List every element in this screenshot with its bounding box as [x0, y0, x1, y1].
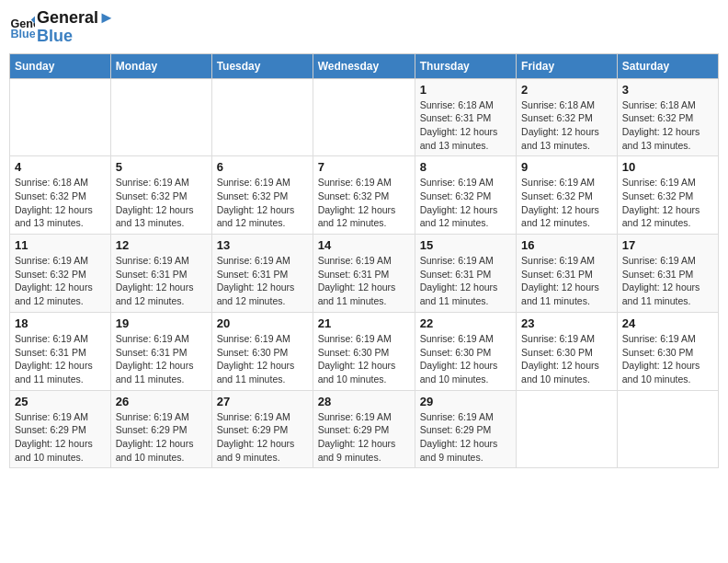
- day-number: 25: [15, 395, 106, 408]
- day-info: Sunrise: 6:19 AM Sunset: 6:29 PM Dayligh…: [116, 410, 207, 465]
- calendar-cell: [10, 78, 111, 156]
- day-number: 27: [217, 395, 308, 408]
- calendar-cell: 13Sunrise: 6:19 AM Sunset: 6:31 PM Dayli…: [211, 235, 313, 313]
- day-number: 18: [15, 316, 106, 330]
- calendar-cell: 22Sunrise: 6:19 AM Sunset: 6:30 PM Dayli…: [415, 312, 516, 390]
- day-number: 17: [622, 238, 713, 252]
- calendar-cell: 3Sunrise: 6:18 AM Sunset: 6:32 PM Daylig…: [617, 78, 718, 156]
- day-info: Sunrise: 6:19 AM Sunset: 6:31 PM Dayligh…: [116, 332, 207, 386]
- calendar-week-4: 25Sunrise: 6:19 AM Sunset: 6:29 PM Dayli…: [10, 390, 719, 468]
- calendar-cell: [517, 390, 618, 468]
- calendar-cell: 19Sunrise: 6:19 AM Sunset: 6:31 PM Dayli…: [110, 312, 211, 390]
- calendar-cell: 6Sunrise: 6:19 AM Sunset: 6:32 PM Daylig…: [211, 156, 313, 235]
- day-number: 1: [420, 83, 511, 97]
- day-number: 10: [622, 160, 713, 174]
- day-header-sunday: Sunday: [10, 53, 111, 78]
- calendar-cell: 4Sunrise: 6:18 AM Sunset: 6:32 PM Daylig…: [10, 156, 111, 235]
- day-info: Sunrise: 6:19 AM Sunset: 6:32 PM Dayligh…: [521, 176, 612, 230]
- day-number: 12: [116, 238, 207, 252]
- calendar-week-3: 18Sunrise: 6:19 AM Sunset: 6:31 PM Dayli…: [10, 312, 719, 390]
- calendar-cell: 5Sunrise: 6:19 AM Sunset: 6:32 PM Daylig…: [110, 156, 211, 235]
- day-info: Sunrise: 6:19 AM Sunset: 6:32 PM Dayligh…: [318, 176, 410, 230]
- day-info: Sunrise: 6:19 AM Sunset: 6:31 PM Dayligh…: [318, 254, 410, 308]
- day-number: 16: [521, 238, 612, 252]
- day-number: 2: [521, 83, 612, 97]
- calendar-cell: 8Sunrise: 6:19 AM Sunset: 6:32 PM Daylig…: [415, 156, 516, 235]
- calendar-cell: 29Sunrise: 6:19 AM Sunset: 6:29 PM Dayli…: [415, 390, 516, 468]
- day-info: Sunrise: 6:19 AM Sunset: 6:32 PM Dayligh…: [15, 254, 106, 308]
- calendar-cell: 11Sunrise: 6:19 AM Sunset: 6:32 PM Dayli…: [10, 235, 111, 313]
- day-number: 28: [318, 395, 410, 408]
- day-number: 21: [318, 316, 410, 330]
- day-info: Sunrise: 6:19 AM Sunset: 6:32 PM Dayligh…: [420, 176, 511, 230]
- day-number: 22: [420, 316, 511, 330]
- calendar-week-0: 1Sunrise: 6:18 AM Sunset: 6:31 PM Daylig…: [10, 78, 719, 156]
- calendar-cell: 25Sunrise: 6:19 AM Sunset: 6:29 PM Dayli…: [10, 390, 111, 468]
- day-info: Sunrise: 6:18 AM Sunset: 6:32 PM Dayligh…: [622, 98, 713, 153]
- logo: General Blue General► Blue: [9, 9, 115, 46]
- day-header-tuesday: Tuesday: [211, 53, 313, 78]
- calendar-cell: 10Sunrise: 6:19 AM Sunset: 6:32 PM Dayli…: [617, 156, 718, 235]
- day-info: Sunrise: 6:19 AM Sunset: 6:29 PM Dayligh…: [15, 410, 106, 465]
- day-number: 9: [521, 160, 612, 174]
- calendar-cell: 14Sunrise: 6:19 AM Sunset: 6:31 PM Dayli…: [313, 235, 415, 313]
- calendar-cell: 27Sunrise: 6:19 AM Sunset: 6:29 PM Dayli…: [211, 390, 313, 468]
- day-number: 19: [116, 316, 207, 330]
- calendar-cell: 15Sunrise: 6:19 AM Sunset: 6:31 PM Dayli…: [415, 235, 516, 313]
- day-info: Sunrise: 6:18 AM Sunset: 6:32 PM Dayligh…: [521, 98, 612, 153]
- day-info: Sunrise: 6:18 AM Sunset: 6:31 PM Dayligh…: [420, 98, 511, 153]
- day-info: Sunrise: 6:19 AM Sunset: 6:31 PM Dayligh…: [116, 254, 207, 308]
- day-info: Sunrise: 6:19 AM Sunset: 6:29 PM Dayligh…: [318, 410, 410, 465]
- day-number: 23: [521, 316, 612, 330]
- calendar-cell: 17Sunrise: 6:19 AM Sunset: 6:31 PM Dayli…: [617, 235, 718, 313]
- day-info: Sunrise: 6:19 AM Sunset: 6:31 PM Dayligh…: [622, 254, 713, 308]
- day-header-wednesday: Wednesday: [313, 53, 415, 78]
- day-number: 8: [420, 160, 511, 174]
- day-info: Sunrise: 6:18 AM Sunset: 6:32 PM Dayligh…: [15, 176, 106, 230]
- day-info: Sunrise: 6:19 AM Sunset: 6:30 PM Dayligh…: [217, 332, 308, 386]
- calendar-cell: 18Sunrise: 6:19 AM Sunset: 6:31 PM Dayli…: [10, 312, 111, 390]
- calendar-body: 1Sunrise: 6:18 AM Sunset: 6:31 PM Daylig…: [10, 78, 719, 468]
- calendar-table: SundayMondayTuesdayWednesdayThursdayFrid…: [9, 53, 719, 469]
- header: General Blue General► Blue: [9, 9, 719, 46]
- day-header-friday: Friday: [517, 53, 618, 78]
- calendar-cell: [313, 78, 415, 156]
- calendar-cell: 9Sunrise: 6:19 AM Sunset: 6:32 PM Daylig…: [517, 156, 618, 235]
- calendar-week-1: 4Sunrise: 6:18 AM Sunset: 6:32 PM Daylig…: [10, 156, 719, 235]
- calendar-cell: 12Sunrise: 6:19 AM Sunset: 6:31 PM Dayli…: [110, 235, 211, 313]
- day-header-saturday: Saturday: [617, 53, 718, 78]
- calendar-cell: 28Sunrise: 6:19 AM Sunset: 6:29 PM Dayli…: [313, 390, 415, 468]
- day-info: Sunrise: 6:19 AM Sunset: 6:30 PM Dayligh…: [420, 332, 511, 386]
- svg-text:Blue: Blue: [10, 28, 35, 40]
- day-info: Sunrise: 6:19 AM Sunset: 6:29 PM Dayligh…: [420, 410, 511, 465]
- calendar-week-2: 11Sunrise: 6:19 AM Sunset: 6:32 PM Dayli…: [10, 235, 719, 313]
- day-number: 4: [15, 160, 106, 174]
- day-number: 5: [116, 160, 207, 174]
- calendar-cell: 16Sunrise: 6:19 AM Sunset: 6:31 PM Dayli…: [517, 235, 618, 313]
- day-number: 6: [217, 160, 308, 174]
- calendar-cell: [617, 390, 718, 468]
- day-info: Sunrise: 6:19 AM Sunset: 6:32 PM Dayligh…: [622, 176, 713, 230]
- day-info: Sunrise: 6:19 AM Sunset: 6:31 PM Dayligh…: [15, 332, 106, 386]
- day-number: 7: [318, 160, 410, 174]
- calendar-header: SundayMondayTuesdayWednesdayThursdayFrid…: [10, 53, 719, 78]
- calendar-cell: 23Sunrise: 6:19 AM Sunset: 6:30 PM Dayli…: [517, 312, 618, 390]
- day-info: Sunrise: 6:19 AM Sunset: 6:29 PM Dayligh…: [217, 410, 308, 465]
- calendar-cell: 2Sunrise: 6:18 AM Sunset: 6:32 PM Daylig…: [517, 78, 618, 156]
- day-info: Sunrise: 6:19 AM Sunset: 6:30 PM Dayligh…: [521, 332, 612, 386]
- day-info: Sunrise: 6:19 AM Sunset: 6:31 PM Dayligh…: [521, 254, 612, 308]
- day-number: 13: [217, 238, 308, 252]
- day-info: Sunrise: 6:19 AM Sunset: 6:31 PM Dayligh…: [420, 254, 511, 308]
- calendar-cell: [211, 78, 313, 156]
- day-info: Sunrise: 6:19 AM Sunset: 6:32 PM Dayligh…: [217, 176, 308, 230]
- day-number: 24: [622, 316, 713, 330]
- day-number: 29: [420, 395, 511, 408]
- logo-icon: General Blue: [9, 15, 35, 40]
- calendar-cell: 24Sunrise: 6:19 AM Sunset: 6:30 PM Dayli…: [617, 312, 718, 390]
- day-number: 20: [217, 316, 308, 330]
- calendar-cell: 26Sunrise: 6:19 AM Sunset: 6:29 PM Dayli…: [110, 390, 211, 468]
- calendar-cell: 1Sunrise: 6:18 AM Sunset: 6:31 PM Daylig…: [415, 78, 516, 156]
- calendar-cell: 20Sunrise: 6:19 AM Sunset: 6:30 PM Dayli…: [211, 312, 313, 390]
- calendar-cell: 21Sunrise: 6:19 AM Sunset: 6:30 PM Dayli…: [313, 312, 415, 390]
- day-info: Sunrise: 6:19 AM Sunset: 6:30 PM Dayligh…: [318, 332, 410, 386]
